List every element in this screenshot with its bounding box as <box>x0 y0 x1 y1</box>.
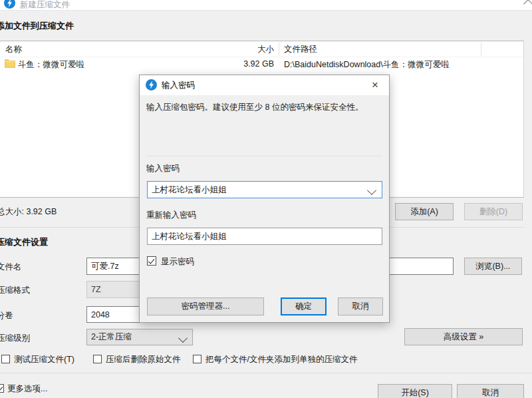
close-icon[interactable]: × <box>365 76 385 94</box>
test-archive-label: 测试压缩文件(T) <box>14 354 74 365</box>
ok-button[interactable]: 确定 <box>281 298 327 315</box>
browse-button[interactable]: 浏览(B)... <box>464 258 522 275</box>
table-header: 名称 大小 文件路径 <box>0 41 523 57</box>
filename-label: 文件名 <box>0 262 22 273</box>
delete-button: 删除(D) <box>464 203 523 220</box>
password-value: 上村花论坛看小姐姐 <box>152 184 227 196</box>
main-cancel-button[interactable]: 取消 <box>457 384 524 398</box>
check-icon <box>0 385 3 391</box>
delete-after-checkbox[interactable] <box>93 355 102 363</box>
app-icon <box>4 0 15 9</box>
total-size-text: 总大小: 3.92 GB <box>0 206 57 218</box>
add-button[interactable]: 添加(A) <box>395 203 454 220</box>
column-header-name[interactable]: 名称 <box>5 44 22 55</box>
table-row[interactable]: 斗鱼：微微可爱啦 3.92 GB D:\BaiduNetdiskDownload… <box>0 57 523 71</box>
start-button[interactable]: 开始(S) <box>378 384 452 398</box>
separate-archive-label: 把每个文件/文件夹添加到单独的压缩文件 <box>205 354 357 365</box>
dialog-app-icon <box>146 79 157 91</box>
test-archive-checkbox[interactable] <box>1 355 10 363</box>
chevron-down-icon <box>178 333 188 343</box>
file-path-cell: D:\BaiduNetdiskDownload\斗鱼：微微可爱啦 <box>284 59 450 71</box>
level-label: 压缩级别 <box>0 333 30 344</box>
level-dropdown[interactable]: 2-正常压缩 <box>86 329 193 345</box>
password-dialog: 输入密码 × 输入压缩包密码。建议使用至少 8 位的密码来保证安全性。 输入密码… <box>139 75 390 323</box>
dialog-title: 输入密码 <box>162 80 195 91</box>
separate-archive-checkbox[interactable] <box>193 355 201 363</box>
password-label: 输入密码 <box>146 163 180 174</box>
confirm-password-label: 重新输入密码 <box>146 210 196 221</box>
format-label: 压缩格式 <box>0 285 30 296</box>
advanced-settings-button[interactable]: 高级设置 » <box>404 328 523 345</box>
level-value: 2-正常压缩 <box>91 331 132 343</box>
chevron-down-icon <box>367 186 376 195</box>
password-combobox[interactable]: 上村花论坛看小姐姐 <box>147 181 382 198</box>
window-title: 新建压缩文件 <box>20 0 70 11</box>
file-size-cell: 3.92 GB <box>200 59 274 69</box>
main-titlebar <box>0 0 532 11</box>
divider <box>146 156 382 156</box>
section-settings-header: 压缩文件设置 <box>0 236 48 248</box>
divider <box>0 373 532 373</box>
password-manager-button[interactable]: 密码管理器... <box>147 298 264 315</box>
more-options-checkbox[interactable] <box>0 384 4 393</box>
check-icon <box>148 257 154 264</box>
confirm-password-input[interactable] <box>147 228 382 245</box>
show-password-label[interactable]: 显示密码 <box>161 256 194 268</box>
column-divider <box>279 43 279 56</box>
column-divider <box>481 43 481 56</box>
section-add-files-header: 添加文件到压缩文件 <box>0 20 74 32</box>
delete-after-label: 压缩后删除原始文件 <box>106 354 181 365</box>
volume-label: 分卷 <box>0 310 13 321</box>
dialog-cancel-button[interactable]: 取消 <box>338 298 383 315</box>
column-header-size[interactable]: 大小 <box>200 44 274 55</box>
folder-icon <box>5 59 15 68</box>
screen: 新建压缩文件 添加文件到压缩文件 名称 大小 文件路径 斗鱼：微微可爱啦 3.9… <box>0 0 532 398</box>
more-options-label[interactable]: 更多选项... <box>7 383 47 395</box>
file-name-cell: 斗鱼：微微可爱啦 <box>18 59 84 71</box>
dialog-description: 输入压缩包密码。建议使用至少 8 位的密码来保证安全性。 <box>146 102 383 113</box>
column-header-path[interactable]: 文件路径 <box>284 44 317 55</box>
show-password-checkbox[interactable] <box>147 256 156 266</box>
